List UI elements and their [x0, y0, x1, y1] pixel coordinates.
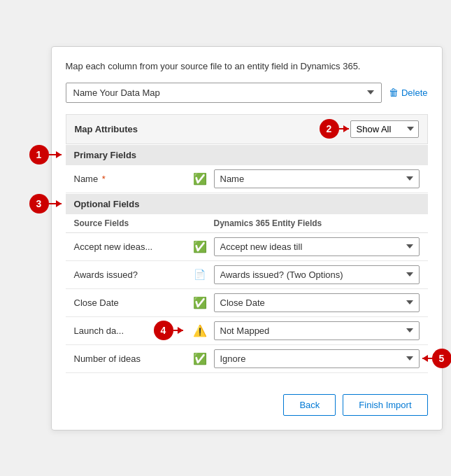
- data-map-select[interactable]: Name Your Data Map: [66, 83, 382, 103]
- map-attributes-bar: Map Attributes 2 Show All Mapped Unmappe…: [66, 114, 428, 144]
- required-indicator: *: [99, 174, 106, 184]
- delete-label: Delete: [401, 88, 428, 98]
- annotation-badge-1: 1: [29, 145, 49, 164]
- status-icon-warn: 4 ⚠️: [186, 324, 214, 337]
- name-field-row: Name * ✅ Name Full Name First Name: [66, 165, 428, 193]
- map-attributes-title: Map Attributes: [75, 124, 138, 134]
- main-card: Map each column from your source file to…: [51, 46, 443, 430]
- annotation-badge-2: 2: [320, 119, 339, 139]
- name-field-select[interactable]: Name Full Name First Name: [214, 169, 420, 188]
- data-map-row: Name Your Data Map 🗑 Delete: [66, 83, 428, 103]
- annotation-5-group: 5: [422, 349, 452, 368]
- annotation-3-group: 3: [29, 194, 62, 214]
- status-icon-doc: 📄: [186, 269, 214, 280]
- annotation-arrow-5: [422, 358, 432, 359]
- annotation-arrow-1: [49, 154, 62, 155]
- table-row: Accept new ideas... ✅ Accept new ideas t…: [66, 233, 428, 261]
- table-row: Launch da... 4 ⚠️ Not Mapped Close Date …: [66, 317, 428, 345]
- name-status-icon: ✅: [186, 172, 214, 186]
- annotation-4-group: 4: [154, 321, 183, 340]
- annotation-2-group: 2: [320, 119, 349, 139]
- primary-fields-label: Primary Fields: [74, 150, 137, 160]
- description: Map each column from your source file to…: [66, 61, 428, 71]
- awards-select[interactable]: Awards issued? (Two Options) Not Mapped …: [214, 265, 420, 284]
- source-col-header: Source Fields: [74, 218, 186, 228]
- status-icon-check: ✅: [186, 240, 214, 253]
- show-all-select[interactable]: Show All Mapped Unmapped: [350, 120, 419, 138]
- name-field-label: Name *: [74, 174, 186, 184]
- outer-wrapper: Map each column from your source file to…: [9, 46, 443, 430]
- source-field-name: Close Date: [74, 298, 186, 308]
- annotation-1-group: 1: [29, 145, 62, 164]
- footer: Back Finish Import: [66, 387, 428, 416]
- annotation-arrow-2: [339, 128, 349, 130]
- ignore-select-wrapper: Ignore Not Mapped Close Date 5: [214, 349, 420, 368]
- number-ideas-select[interactable]: Ignore Not Mapped Close Date: [214, 349, 420, 368]
- table-header: Source Fields Dynamics 365 Entity Fields: [66, 214, 428, 233]
- optional-fields-header: 3 Optional Fields: [66, 194, 428, 214]
- table-row: Number of ideas ✅ Ignore Not Mapped Clos…: [66, 345, 428, 373]
- table-row: Awards issued? 📄 Awards issued? (Two Opt…: [66, 261, 428, 289]
- source-field-name: Number of ideas: [74, 354, 186, 364]
- status-icon-check: ✅: [186, 296, 214, 309]
- annotation-badge-5: 5: [432, 349, 452, 368]
- table-row: Close Date ✅ Close Date Not Mapped Ignor…: [66, 289, 428, 317]
- accept-ideas-select[interactable]: Accept new ideas till Not Mapped Ignore: [214, 237, 420, 256]
- source-field-name: Awards issued?: [74, 270, 186, 280]
- launch-date-select[interactable]: Not Mapped Close Date Ignore: [214, 321, 420, 340]
- primary-fields-header: 1 Primary Fields: [66, 145, 428, 165]
- dynamics-col-header: Dynamics 365 Entity Fields: [214, 218, 420, 228]
- close-date-select[interactable]: Close Date Not Mapped Ignore: [214, 293, 420, 312]
- trash-icon: 🗑: [389, 87, 399, 98]
- finish-import-button[interactable]: Finish Import: [343, 394, 427, 416]
- annotation-arrow-3: [49, 203, 62, 204]
- annotation-arrow-4: [173, 330, 183, 331]
- source-field-name: Accept new ideas...: [74, 241, 186, 252]
- back-button[interactable]: Back: [283, 394, 336, 416]
- annotation-badge-4: 4: [154, 321, 173, 340]
- optional-fields-label: Optional Fields: [74, 199, 140, 209]
- annotation-badge-3: 3: [29, 194, 49, 214]
- status-icon-check: ✅: [186, 352, 214, 365]
- delete-button[interactable]: 🗑 Delete: [389, 87, 428, 98]
